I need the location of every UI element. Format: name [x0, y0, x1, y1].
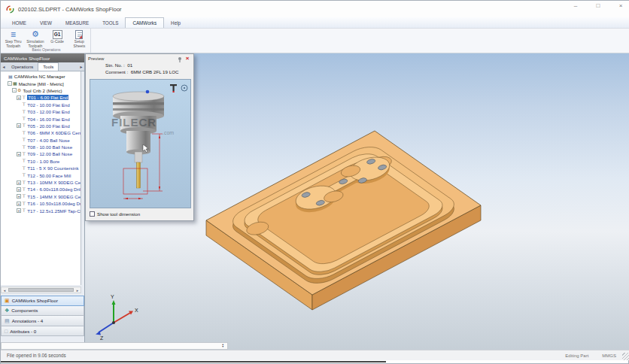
tree-item[interactable]: +⊤T13 - 10MM X 90DEG Center D [1, 179, 81, 186]
step-thru-toolpath-button[interactable]: ≡ Step Thru Toolpath [2, 29, 24, 48]
pin-icon[interactable] [176, 52, 184, 65]
tree-item-label: T13 - 10MM X 90DEG Center D [27, 180, 81, 185]
tree-item[interactable]: +⊤T01 - 6.00 Flat End [1, 94, 81, 101]
section-camworks-shopfloor[interactable]: ▣ CAMWorks ShopFloor [1, 296, 84, 306]
tab-camworks[interactable]: CAMWorks [125, 17, 164, 28]
app-window: 020102.SLDPRT - CAMWorks ShopFloor – □ ×… [0, 0, 629, 364]
tool-icon: ⊤ [22, 173, 26, 177]
tree-item[interactable]: +⊤T05 - 20.00 Flat End [1, 123, 81, 129]
tree-item[interactable]: +⊤T11 - 5 X 90 Countersink [1, 165, 81, 171]
tree-item[interactable]: +⊤T14 - 6.00x118.00deg Drill [1, 186, 81, 193]
tab-scroll-left-icon[interactable]: ◂ [1, 62, 7, 71]
tree-item-label: T08 - 10.00 Ball Nose [27, 144, 72, 150]
expander-plus-icon[interactable]: + [17, 194, 21, 199]
expander-plus-icon[interactable]: + [17, 202, 21, 206]
status-units[interactable]: MMGS [602, 353, 616, 358]
tree-item[interactable]: +⊤T06 - 6MM X 60DEG Center Dr [1, 129, 81, 136]
tree-item[interactable]: +⊤T10 - 1.00 Bore [1, 158, 81, 165]
tree-item[interactable]: -⚙Tool Crib 2 (Metric) [1, 87, 81, 94]
tab-tools[interactable]: TOOLS [96, 17, 125, 28]
tool-icon: ⊤ [22, 152, 26, 156]
window-title: 020102.SLDPRT - CAMWorks ShopFloor [18, 6, 122, 13]
tree-item-label: T14 - 6.00x118.00deg Drill [27, 187, 81, 192]
expander-plus-icon[interactable]: + [17, 96, 21, 100]
tree-horizontal-scrollbar[interactable]: ◂ ▸ [1, 287, 81, 293]
expander-plus-icon[interactable]: + [17, 187, 21, 192]
panel-sections: ▣ CAMWorks ShopFloor ❖ Components ▤ Anno… [1, 296, 84, 336]
tool-icon: ⊤ [22, 159, 26, 163]
panel-tab-operations[interactable]: Operations [7, 62, 38, 71]
tool-comment: 6MM CRB 2FL 19 LOC [131, 69, 179, 74]
tree-item-label: T07 - 4.00 Ball Nose [27, 138, 69, 143]
maximize-button[interactable]: □ [592, 2, 604, 9]
panel-menu-icon[interactable]: ▸ [78, 62, 84, 71]
tree-item[interactable]: +⊤T08 - 10.00 Ball Nose [1, 144, 81, 150]
tree-item[interactable]: +⊤T07 - 4.00 Ball Nose [1, 137, 81, 144]
tree-item[interactable]: -▦Machine [Mill - Metric] [1, 80, 81, 86]
preview-window: Preview × Stn. No. : 01 Comment : 6MM CR… [85, 53, 194, 221]
tree-item-label: T04 - 16.00 Flat End [27, 117, 69, 122]
panel-tab-tools[interactable]: Tools [38, 62, 59, 71]
strip-spinner[interactable]: ▲▼ [222, 344, 224, 348]
tree-item-label: T03 - 12.00 Flat End [27, 109, 69, 114]
tree-item[interactable]: +⊤T16 - 10.50x118.00deg Drill [1, 200, 81, 207]
tree-item-label: T10 - 1.00 Bore [27, 159, 59, 164]
tree-item-label: Machine [Mill - Metric] [19, 81, 64, 86]
scroll-right-icon[interactable]: ▸ [74, 288, 81, 293]
section-annotations[interactable]: ▤ Annotations - 4 [1, 316, 84, 326]
simulation-toolpath-button[interactable]: ⚙ Simulation Toolpath [24, 29, 46, 48]
minimize-button[interactable]: – [570, 2, 582, 9]
tree-item[interactable]: +⊤T03 - 12.00 Flat End [1, 108, 81, 115]
tree-item-label: CAMWorks NC Manager [14, 74, 65, 79]
tree-item[interactable]: +⊤T02 - 10.00 Flat End [1, 102, 81, 108]
tab-home[interactable]: HOME [5, 17, 33, 28]
preview-titlebar[interactable]: Preview × [86, 54, 193, 62]
expander-minus-icon[interactable]: - [8, 81, 12, 86]
expander-plus-icon[interactable]: + [17, 123, 21, 128]
tool-icon: ⊤ [22, 180, 26, 185]
section-components[interactable]: ❖ Components [1, 306, 84, 317]
expander-plus-icon[interactable]: + [17, 208, 21, 213]
tree-item[interactable]: +⊤T15 - 14MM X 90DEG Center D [1, 193, 81, 200]
feature-panel-header: CAMWorks ShopFloor [1, 53, 84, 62]
taskbar-sliver [1, 361, 386, 362]
tool-icon: ⊤ [22, 166, 26, 171]
feature-tree: +▤CAMWorks NC Manager-▦Machine [Mill - M… [1, 71, 81, 285]
setup-sheets-button[interactable]: Setup Sheets [68, 29, 90, 48]
tree-item-label: T09 - 12.00 Ball Nose [27, 151, 72, 156]
nc-manager-icon: ▤ [8, 74, 13, 79]
camworks-cube-icon: ▣ [5, 298, 10, 303]
tree-item-label: T02 - 10.00 Flat End [27, 102, 69, 108]
setup-sheets-icon [75, 30, 83, 39]
scrollbar-thumb[interactable] [8, 288, 74, 292]
expander-plus-icon[interactable]: + [17, 180, 21, 185]
tool-icon: ⊤ [22, 110, 26, 114]
expander-minus-icon[interactable]: - [12, 88, 17, 93]
tool-preview-canvas[interactable]: FILECR .com [90, 79, 191, 208]
preview-title: Preview [88, 56, 176, 61]
tree-item[interactable]: +⊤T17 - 12.5x1.25MF Tap-Cutting [1, 207, 81, 214]
g-code-button[interactable]: G1 G-Code [47, 29, 68, 44]
close-button[interactable]: × [615, 2, 627, 9]
svg-text:.com: .com [163, 130, 174, 135]
tree-item[interactable]: +⊤T09 - 12.00 Ball Nose [1, 150, 81, 157]
preview-close-icon[interactable]: × [184, 56, 191, 62]
tool-crib-icon: ⚙ [17, 88, 21, 93]
tool-icon: ⊤ [22, 102, 26, 107]
show-tool-dimension-checkbox[interactable] [90, 211, 95, 217]
scroll-left-icon[interactable]: ◂ [2, 288, 8, 293]
resize-grip[interactable] [622, 353, 629, 360]
section-attributes[interactable]: □ Attributes - 0 [1, 326, 84, 337]
tab-view[interactable]: VIEW [33, 17, 59, 28]
tab-help[interactable]: Help [164, 17, 187, 28]
tree-item[interactable]: +⊤T12 - 50.00 Face Mill [1, 171, 81, 178]
g-code-icon: G1 [53, 30, 62, 39]
expander-plus-icon[interactable]: + [17, 152, 21, 156]
tab-measure[interactable]: MEASURE [59, 17, 96, 28]
tool-icon: ⊤ [22, 202, 26, 206]
tool-icon: ⊤ [22, 145, 26, 150]
tree-item[interactable]: +▤CAMWorks NC Manager [1, 73, 81, 80]
tree-item[interactable]: +⊤T04 - 16.00 Flat End [1, 115, 81, 122]
step-thru-toolpath-icon: ≡ [11, 30, 16, 39]
machine-icon: ▦ [13, 81, 17, 86]
